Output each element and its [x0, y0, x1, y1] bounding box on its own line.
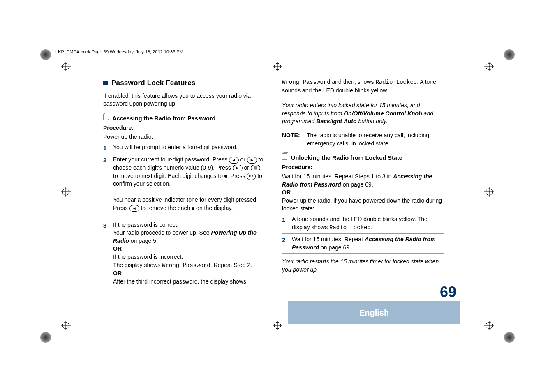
procedure-steps: 1 You will be prompt to enter a four-dig… [103, 143, 266, 287]
section-header: Password Lock Features [103, 78, 266, 88]
note-text: The radio is unable to receive any call,… [307, 131, 444, 148]
note-block: NOTE: The radio is unable to receive any… [282, 131, 444, 148]
procedure-label: Procedure: [103, 124, 266, 132]
language-footer: English [288, 301, 460, 324]
left-column: Password Lock Features If enabled, this … [103, 78, 266, 289]
procedure-label: Procedure: [282, 164, 444, 172]
display-text: Radio Locked [329, 224, 371, 231]
print-mark-icon [40, 332, 51, 343]
crosshair-icon [61, 321, 71, 330]
language-label: English [359, 308, 389, 318]
left-button-icon: ◄ [130, 205, 139, 212]
step-3: 3 If the password is correct: Your radio… [103, 221, 266, 288]
print-mark-icon [40, 49, 51, 60]
or-label: OR [113, 245, 122, 252]
procedure-icon [282, 153, 288, 160]
crosshair-icon [273, 321, 282, 330]
step-text: Enter your current four-digit password. … [113, 156, 266, 217]
square-bullet-icon [103, 81, 108, 85]
section-title: Password Lock Features [111, 78, 196, 88]
crosshair-icon [61, 187, 71, 197]
ok-button-icon: OK [247, 173, 256, 180]
display-text: Wrong Password [282, 79, 331, 85]
procedure-icon [103, 114, 109, 120]
file-header: LKP_EMEA.book Page 69 Wednesday, July 18… [56, 49, 220, 55]
display-text: Wrong Password [162, 262, 210, 269]
step-number: 1 [103, 143, 108, 152]
crosshair-icon [484, 187, 494, 197]
crosshair-icon [61, 62, 71, 71]
display-text: Radio Locked [375, 79, 417, 85]
step-text: You will be prompt to enter a four-digit… [113, 143, 266, 152]
step-number: 3 [103, 221, 108, 286]
locked-state-note: Your radio enters into locked state for … [282, 101, 444, 126]
step-text: If the password is correct: Your radio p… [113, 221, 266, 286]
step-number: 1 [282, 215, 287, 232]
right-button-icon: ► [247, 157, 257, 164]
subsection-header: Accessing the Radio from Password [103, 114, 266, 122]
step-2: 2 Wait for 15 minutes. Repeat Accessing … [282, 235, 444, 254]
procedure-text: Wait for 15 minutes. Repeat Steps 1 to 3… [282, 173, 444, 189]
dot-icon [224, 175, 227, 178]
right-column: Wrong Password and then, shows Radio Loc… [282, 78, 444, 289]
subsection-title: Unlocking the Radio from Locked State [291, 154, 402, 162]
step-2: 2 Enter your current four-digit password… [103, 156, 266, 219]
step-number: 2 [103, 156, 108, 217]
print-mark-icon [504, 49, 515, 60]
divider [113, 215, 266, 215]
crosshair-icon [484, 62, 494, 71]
note-label: NOTE: [282, 131, 303, 148]
menu-button-icon: ▤ [251, 165, 260, 171]
or-label: OR [282, 189, 444, 197]
step-1: 1 You will be prompt to enter a four-dig… [103, 143, 266, 154]
print-mark-icon [504, 332, 515, 343]
step-text: A tone sounds and the LED double blinks … [292, 215, 444, 232]
crosshair-icon [484, 321, 494, 330]
procedure-text: Power up the radio, if you have powered … [282, 197, 444, 213]
page-number: 69 [440, 284, 456, 301]
or-label: OR [113, 270, 122, 277]
left-button-icon: ◄ [229, 157, 239, 164]
restart-note: Your radio restarts the 15 minutes timer… [282, 258, 444, 274]
procedure-steps: 1 A tone sounds and the LED double blink… [282, 215, 444, 254]
step-number: 2 [282, 235, 287, 251]
page-content: Password Lock Features If enabled, this … [103, 78, 444, 289]
step-text: Wait for 15 minutes. Repeat Accessing th… [292, 235, 444, 251]
subsection-header: Unlocking the Radio from Locked State [282, 153, 444, 162]
subsection-title: Accessing the Radio from Password [112, 114, 215, 122]
intro-paragraph: If enabled, this feature allows you to a… [103, 92, 266, 108]
continued-text: Wrong Password and then, shows Radio Loc… [282, 78, 444, 97]
right-button-icon: ► [233, 165, 243, 171]
step-1: 1 A tone sounds and the LED double blink… [282, 215, 444, 234]
crosshair-icon [273, 62, 282, 71]
procedure-intro: Power up the radio. [103, 133, 266, 141]
